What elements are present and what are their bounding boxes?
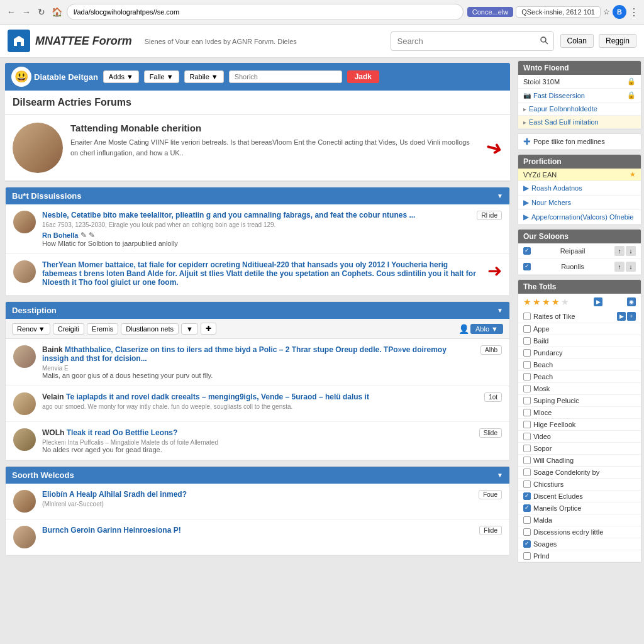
search-button[interactable] (535, 32, 553, 50)
fast-discussion-link[interactable]: Fast Disseersion (533, 92, 585, 99)
desc-title-link-2[interactable]: Te iaplapds it and rovel dadk creealts –… (66, 392, 369, 401)
tools-cb-suping[interactable] (523, 397, 531, 404)
tools-cb-prlnd[interactable] (523, 552, 531, 560)
disc-title-link-1[interactable]: Nesble, Cetatibe bito make teelalitor, p… (42, 211, 415, 219)
tools-add-raites[interactable]: ▶ (617, 312, 626, 321)
soloons-down-1[interactable]: ↓ (626, 246, 636, 256)
browser-profile-icon[interactable]: B (613, 5, 626, 19)
star-1[interactable]: ★ (523, 297, 531, 307)
toolbar-search-input[interactable] (229, 70, 342, 83)
falle-button[interactable]: Falle ▼ (144, 70, 179, 83)
tools-cb-hige[interactable] (523, 421, 531, 428)
description-collapse-arrow[interactable]: ▼ (497, 307, 503, 314)
login-button[interactable]: Reggin (599, 34, 636, 48)
extra-btn-2[interactable]: ✚ (201, 323, 216, 335)
address-bar[interactable] (67, 4, 464, 20)
desc-title-2: Velain Te iaplapds it and rovel dadk cre… (42, 392, 478, 401)
star-4[interactable]: ★ (552, 297, 560, 307)
profile-icon-1: ▶ (523, 184, 529, 192)
tools-cb-soage[interactable] (523, 469, 531, 476)
go-button[interactable]: Jadk (347, 70, 379, 83)
soorth-title-link-2[interactable]: Geroin Garinn Heinroesiona P! (70, 526, 180, 535)
tools-label-discessions: Discessions ecdry little (533, 528, 603, 536)
tools-cb-chics[interactable] (523, 480, 531, 488)
sidebar-link-2[interactable]: ▸ East Sad Eulf imitation (518, 116, 641, 129)
disc-meta-1: 16ac 7503, 1235-2030, Eiragle you louk p… (42, 221, 470, 228)
star-icon[interactable]: ☆ (603, 8, 610, 16)
tools-cb-malda[interactable] (523, 516, 531, 524)
search-input[interactable] (391, 33, 535, 49)
color-button[interactable]: Colan (560, 34, 594, 48)
soloons-up-1[interactable]: ↑ (614, 246, 625, 256)
tools-cb-peach[interactable] (523, 373, 531, 380)
eremis-button[interactable]: Eremis (87, 323, 118, 335)
profiction-link-text-1[interactable]: Roash Aodatnos (531, 184, 582, 192)
desc-avatar-1 (13, 345, 36, 368)
menu-icon[interactable]: ⋮ (629, 6, 639, 18)
discussions-collapse-arrow[interactable]: ▼ (497, 192, 503, 199)
soloons-checkbox-1[interactable] (523, 247, 531, 255)
site-logo: MNATTEE Fororm (8, 30, 132, 52)
reload-button[interactable]: ↻ (35, 6, 48, 18)
creigiti-button[interactable]: Creigiti (53, 323, 84, 335)
renov-button[interactable]: Renov ▼ (12, 323, 50, 335)
soorth-title-link-1[interactable]: A Healp Alhilal Sradh del inmed? (69, 490, 187, 499)
disc-username-1[interactable]: Rn Bohella (42, 231, 78, 239)
profiction-link-3[interactable]: ▶ Appe/corrnation(Valcors) Ofnebie (518, 210, 641, 225)
tools-cb-video[interactable] (523, 433, 531, 440)
tools-cb-soages[interactable] (523, 540, 531, 548)
soloons-checkbox-2[interactable] (523, 263, 531, 270)
profiction-link-text-2[interactable]: Nour Mchers (531, 199, 571, 206)
desc-side-1: Alhb (480, 345, 502, 355)
profiction-section: Prorfiction VYZd EAN ★ ▶ Roash Aodatnos … (518, 154, 641, 225)
desc-item-3: WOLh Tleak it read Oo Bettfie Leons? Ple… (6, 422, 509, 460)
soloons-up-2[interactable]: ↑ (614, 262, 625, 272)
sidebar-link-1[interactable]: ▸ Eapur Eolbnnholdedte (518, 103, 641, 116)
ablo-button[interactable]: Ablo ▼ (470, 324, 503, 334)
disc-avatar-1 (13, 211, 36, 233)
tools-cb-sopor[interactable] (523, 445, 531, 452)
profiction-link-text-3[interactable]: Appe/corrnation(Valcors) Ofnebie (531, 213, 633, 221)
soorth-collapse-arrow[interactable]: ▼ (497, 472, 503, 479)
disc-title-link-2[interactable]: TherYean Momer battaice, tat fiale for c… (42, 260, 476, 287)
logo-icon (8, 30, 30, 52)
fast-discussion-item: 📷 Fast Disseersion 🔒 (518, 89, 641, 103)
star-5[interactable]: ★ (561, 297, 569, 307)
tools-cb-mloce[interactable] (523, 409, 531, 416)
soloons-down-2[interactable]: ↓ (626, 262, 636, 272)
tools-cb-baild[interactable] (523, 337, 531, 345)
tools-cb-appe[interactable] (523, 325, 531, 333)
soorth-avatar-2 (13, 526, 36, 548)
adds-button[interactable]: Adds ▼ (103, 70, 139, 83)
desc-badge-1: Alhb (480, 345, 502, 355)
home-button[interactable]: 🏠 (50, 6, 63, 18)
star-3[interactable]: ★ (542, 297, 550, 307)
sidebar-link-text-1[interactable]: Eapur Eolbnnholdedte (529, 105, 597, 113)
tools-cb-discent[interactable] (523, 492, 531, 500)
desc-title-link-1[interactable]: Mthathbalice, Claserize on tins to ilers… (42, 345, 447, 363)
extra-btn-1[interactable]: ▼ (181, 323, 198, 335)
the-tools-header: The Totls (518, 280, 641, 294)
profiction-link-1[interactable]: ▶ Roash Aodatnos (518, 181, 641, 196)
tools-cb-maneils[interactable] (523, 504, 531, 512)
tools-cb-raites[interactable] (523, 313, 531, 320)
rabile-button[interactable]: Rabile ▼ (184, 70, 224, 83)
desc-title-link-3[interactable]: Tleak it read Oo Bettfie Leons? (67, 428, 178, 437)
sidebar-link-text-2[interactable]: East Sad Eulf imitation (529, 118, 599, 126)
back-button[interactable]: ← (5, 6, 18, 18)
tools-cb-beach[interactable] (523, 361, 531, 369)
tools-plus-raites[interactable]: + (627, 312, 636, 321)
tools-cb-mosk[interactable] (523, 385, 531, 392)
star-2[interactable]: ★ (533, 297, 541, 307)
the-tools-section: The Totls ★ ★ ★ ★ ★ ▶ ◉ Raites of Tike ▶… (518, 279, 641, 563)
tools-cb-will[interactable] (523, 457, 531, 464)
dlustlanon-button[interactable]: Dlustlanon nets (121, 323, 179, 335)
profiction-link-2[interactable]: ▶ Nour Mchers (518, 196, 641, 210)
description-toolbar: Renov ▼ Creigiti Eremis Dlustlanon nets … (6, 319, 509, 339)
who-online-count: Stoiol 310M 🔒 (518, 75, 641, 89)
tools-cb-discessions[interactable] (523, 528, 531, 536)
tools-cb-pundarcy[interactable] (523, 349, 531, 357)
tools-item-soages: Soages (518, 538, 641, 550)
forward-button[interactable]: → (20, 6, 33, 18)
tools-label-mloce: Mloce (533, 409, 552, 416)
